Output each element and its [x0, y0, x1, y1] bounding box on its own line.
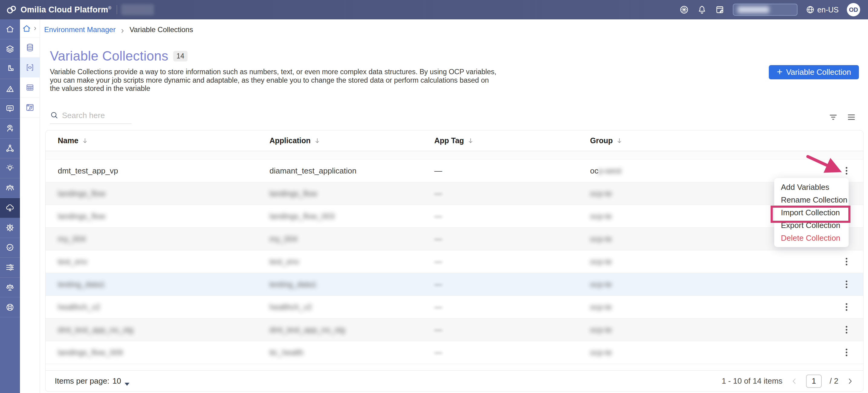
table-row[interactable]: testing_data1testing_data1—ocp-te [46, 273, 863, 296]
chevron-right-icon [120, 27, 125, 32]
menu-item-add-variables[interactable]: Add Variables [774, 181, 849, 194]
add-button-label: Variable Collection [786, 67, 851, 77]
sidebar-primary-lightbulb-icon[interactable] [0, 158, 20, 178]
release-notes-icon[interactable] [715, 5, 725, 15]
table-row[interactable]: landings_flowlandings_flow_003—ocp-te [46, 205, 863, 228]
row-menu-kebab-icon[interactable] [842, 256, 851, 267]
sidebar-primary-flow-icon[interactable] [0, 258, 20, 278]
secondary-sidebar [20, 19, 40, 393]
sidebar-primary-home-icon[interactable] [0, 19, 20, 39]
primary-sidebar [0, 19, 20, 393]
sidebar-secondary-home-icon[interactable] [20, 19, 40, 37]
cell-name: test_env [58, 257, 87, 266]
sort-down-icon [314, 137, 321, 144]
current-page-box[interactable]: 1 [806, 374, 822, 388]
cell-app-tag: — [434, 348, 442, 357]
add-variable-collection-button[interactable]: + Variable Collection [769, 65, 859, 79]
sidebar-primary-agent-headset-icon[interactable] [0, 119, 20, 139]
sidebar-primary-layers-icon[interactable] [0, 39, 20, 59]
column-header-group[interactable]: Group [590, 136, 830, 145]
table-row[interactable]: test_envtest_env—ocp-te [46, 250, 863, 273]
sidebar-primary-pipeline-tool-icon[interactable] [0, 59, 20, 79]
menu-item-delete-collection[interactable]: Delete Collection [774, 232, 849, 244]
cell-group-redacted: ocp-te [590, 280, 612, 289]
pagination-range: 1 - 10 of 14 items [722, 376, 782, 386]
row-menu-kebab-icon[interactable] [842, 347, 851, 358]
sort-down-icon [616, 137, 623, 144]
items-per-page-select[interactable]: Items per page: 10 [55, 376, 130, 386]
cell-group-redacted: ocp-te [590, 303, 612, 312]
list-view-icon[interactable] [847, 113, 856, 122]
cell-group-redacted: ocp-te [590, 348, 612, 357]
cell-application: diamant_test_application [270, 166, 356, 175]
table-row[interactable]: landings_flowlandings_flow—ocp-te [46, 182, 863, 205]
column-header-app-tag[interactable]: App Tag [434, 136, 590, 145]
sidebar-primary-badge-check-icon[interactable] [0, 238, 20, 258]
cell-app-tag: — [434, 189, 442, 198]
table-row[interactable]: my_004my_004—ocp-te [46, 228, 863, 250]
cell-app-tag: — [434, 212, 442, 221]
cell-application: test_env [270, 257, 299, 266]
table-row[interactable]: dmt_test_app_no_stgdmt_test_app_no_stg—o… [46, 318, 863, 341]
theme-icon[interactable] [679, 5, 689, 15]
sidebar-primary-ruler-icon[interactable] [0, 79, 20, 99]
page-title: Variable Collections [50, 49, 168, 63]
cell-name: landings_flow [58, 189, 105, 198]
next-page-icon[interactable] [846, 377, 854, 385]
cell-application: healthch_v2 [270, 303, 312, 312]
cell-name: testing_data1 [58, 280, 105, 289]
row-menu-kebab-icon[interactable] [842, 302, 851, 312]
table-row[interactable]: landings_flow_009ttc_health—ocp-te [46, 341, 863, 364]
cell-name: my_004 [58, 234, 86, 244]
prev-page-icon[interactable] [790, 377, 798, 385]
column-header-application[interactable]: Application [270, 136, 434, 145]
row-menu-kebab-icon[interactable] [842, 325, 851, 335]
breadcrumb: Environment Manager Variable Collections [44, 23, 193, 36]
table-row[interactable]: dmt_test_app_vpdiamant_test_application—… [46, 160, 863, 182]
sidebar-primary-chat-metrics-icon[interactable] [0, 99, 20, 119]
sidebar-secondary-database-icon[interactable] [20, 37, 40, 58]
avatar[interactable]: OD [847, 3, 860, 16]
globe-icon [806, 5, 815, 14]
topbar: Omilia Cloud Platform® en-US OD [0, 0, 868, 19]
cell-name: landings_flow [58, 212, 105, 221]
page-head: Variable Collections 14 Variable Collect… [50, 49, 859, 93]
cell-app-tag: — [434, 257, 442, 266]
table-toolbar [50, 109, 856, 125]
row-menu-kebab-icon[interactable] [842, 279, 851, 289]
sidebar-primary-users-group-icon[interactable] [0, 178, 20, 198]
column-header-name[interactable]: Name [58, 136, 270, 145]
breadcrumb-environment-manager[interactable]: Environment Manager [44, 25, 116, 34]
topbar-divider [117, 5, 117, 14]
sidebar-primary-scales-icon[interactable] [0, 278, 20, 298]
language-selector[interactable]: en-US [806, 5, 839, 14]
cell-name: dmt_test_app_vp [58, 166, 118, 175]
items-per-page-value: 10 [113, 376, 121, 386]
sidebar-primary-network-nodes-icon[interactable] [0, 139, 20, 159]
view-options [829, 113, 856, 122]
table-row[interactable]: healthch_v2healthch_v2—ocp-te [46, 296, 863, 318]
sidebar-secondary-rocket-window-icon[interactable] [20, 97, 40, 117]
pagination: 1 - 10 of 14 items 1 / 2 [722, 374, 854, 388]
cell-app-tag: — [434, 303, 442, 312]
table-body: dmt_test_app_vpdiamant_test_application—… [46, 160, 863, 364]
menu-item-rename-collection[interactable]: Rename Collection [774, 194, 849, 206]
sidebar-primary-cloud-environment-icon[interactable] [0, 198, 20, 218]
brand: Omilia Cloud Platform® [5, 3, 111, 16]
filter-icon[interactable] [829, 113, 838, 122]
cell-group-redacted: p-west [598, 166, 621, 175]
sidebar-secondary-table-grid-icon[interactable] [20, 78, 40, 97]
search-input[interactable] [62, 111, 128, 120]
main-content: Environment Manager Variable Collections… [40, 19, 868, 393]
topbar-search-redacted[interactable] [733, 4, 798, 16]
cell-group-redacted: ocp-te [590, 325, 612, 334]
sidebar-primary-lifebuoy-icon[interactable] [0, 297, 20, 317]
sidebar-collapse-chevron-icon[interactable] [33, 26, 37, 31]
notifications-bell-icon[interactable] [697, 5, 707, 15]
table-footer: Items per page: 10 1 - 10 of 14 items 1 … [46, 370, 863, 392]
sidebar-secondary-code-brackets-icon[interactable] [20, 58, 40, 78]
cell-name: dmt_test_app_no_stg [58, 325, 133, 334]
search-field[interactable] [50, 111, 131, 124]
cell-group-redacted: ocp-te [590, 189, 612, 198]
sidebar-primary-user-gear-icon[interactable] [0, 218, 20, 238]
